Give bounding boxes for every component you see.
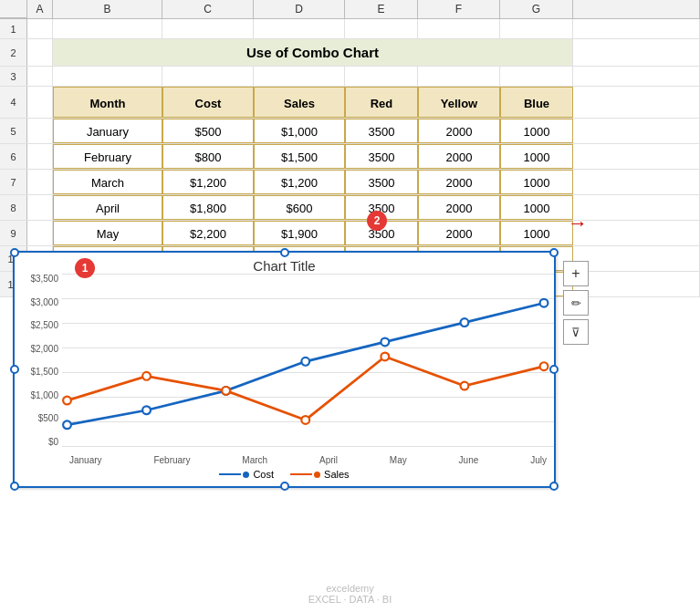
cell-sales-3[interactable]: $600: [254, 195, 345, 220]
handle-br[interactable]: [549, 482, 559, 491]
handle-ml[interactable]: [10, 365, 19, 374]
arrow-right: →: [568, 212, 588, 235]
chart-dot: [540, 362, 549, 370]
header-sales[interactable]: Sales: [254, 87, 345, 118]
chart-dot: [381, 338, 389, 347]
title-cell: Use of Combo Chart: [53, 39, 573, 66]
y-axis-label: $3,500: [30, 274, 58, 284]
col-header-f: F: [418, 0, 500, 18]
chart-dot: [461, 318, 469, 327]
legend-sales: Sales: [290, 469, 350, 480]
chart-dot: [301, 358, 309, 366]
col-header-d: D: [254, 0, 345, 18]
col-header-a: A: [27, 0, 53, 18]
x-axis-label: May: [390, 455, 407, 465]
row-5: 5 January $500 $1,000 3500 2000 1000: [0, 119, 700, 144]
chart-controls: + ✏ ⊽: [563, 261, 589, 345]
chart-plot: JanuaryFebruaryMarchAprilMayJuneJuly: [62, 274, 554, 465]
chart-dot: [461, 382, 469, 390]
chart-dot: [381, 353, 389, 361]
header-blue[interactable]: Blue: [500, 87, 573, 118]
x-axis-label: April: [319, 455, 338, 465]
cell-month-0[interactable]: January: [53, 119, 162, 143]
cell-yellow-3[interactable]: 2000: [418, 195, 500, 220]
add-chart-element-button[interactable]: +: [563, 261, 589, 286]
badge-1: 1: [75, 258, 95, 278]
header-yellow[interactable]: Yellow: [418, 87, 500, 118]
cell-sales-4[interactable]: $1,900: [254, 221, 345, 245]
chart-body: $3,500$3,000$2,500$2,000$1,500$1,000$500…: [15, 274, 554, 465]
cell-blue-4[interactable]: 1000: [500, 221, 573, 245]
watermark: exceldemyEXCEL · DATA · BI: [308, 583, 392, 605]
chart-dot: [63, 420, 71, 429]
chart-dot: [301, 416, 309, 424]
cell-cost-4[interactable]: $2,200: [162, 221, 254, 245]
cell-month-2[interactable]: March: [53, 170, 162, 194]
header-month[interactable]: Month: [53, 87, 162, 118]
row-9: 9 May $2,200 $1,900 3500 2000 1000: [0, 221, 700, 246]
x-axis-label: March: [242, 455, 267, 465]
row-3: 3: [0, 67, 700, 87]
y-axis-label: $500: [38, 413, 58, 423]
chart-dot: [142, 372, 151, 380]
cell-yellow-4[interactable]: 2000: [418, 221, 500, 245]
cell-sales-0[interactable]: $1,000: [254, 119, 345, 143]
x-axis-label: June: [459, 455, 479, 465]
legend-cost-label: Cost: [253, 469, 274, 480]
handle-bl[interactable]: [10, 482, 19, 491]
handle-tl[interactable]: [10, 248, 19, 257]
col-header-g: G: [500, 0, 573, 18]
cell-cost-1[interactable]: $800: [162, 144, 254, 169]
cell-blue-2[interactable]: 1000: [500, 170, 573, 194]
cell-yellow-0[interactable]: 2000: [418, 119, 500, 143]
col-header-c: C: [162, 0, 254, 18]
handle-tr[interactable]: [549, 248, 559, 257]
header-cost[interactable]: Cost: [162, 87, 254, 118]
cell-month-4[interactable]: May: [53, 221, 162, 245]
cell-sales-1[interactable]: $1,500: [254, 144, 345, 169]
y-axis-label: $2,500: [30, 320, 58, 330]
cell-red-2[interactable]: 3500: [345, 170, 418, 194]
cell-yellow-2[interactable]: 2000: [418, 170, 500, 194]
cell-blue-0[interactable]: 1000: [500, 119, 573, 143]
cell-sales-2[interactable]: $1,200: [254, 170, 345, 194]
cell-blue-1[interactable]: 1000: [500, 144, 573, 169]
row-8: 8 April $1,800 $600 3500 2000 1000: [0, 195, 700, 221]
cell-month-1[interactable]: February: [53, 144, 162, 169]
cell-cost-3[interactable]: $1,800: [162, 195, 254, 220]
badge-2: 2: [367, 211, 387, 231]
chart-svg: [62, 274, 554, 454]
x-axis-label: July: [530, 455, 547, 465]
cell-red-0[interactable]: 3500: [345, 119, 418, 143]
chart-legend: Cost Sales: [15, 465, 554, 483]
cell-month-3[interactable]: April: [53, 195, 162, 220]
corner-cell: [0, 0, 27, 18]
x-axis-label: January: [69, 455, 102, 465]
cell-yellow-1[interactable]: 2000: [418, 144, 500, 169]
y-axis-label: $1,000: [30, 390, 58, 400]
col-header-rest: [573, 0, 700, 18]
y-axis-label: $3,000: [30, 297, 58, 307]
cell-blue-3[interactable]: 1000: [500, 195, 573, 220]
cell-red-1[interactable]: 3500: [345, 144, 418, 169]
row-1: 1: [0, 19, 700, 39]
handle-mr[interactable]: [549, 365, 559, 374]
chart-dot: [222, 387, 230, 395]
y-axis-label: $1,500: [30, 367, 58, 377]
col-header-e: E: [345, 0, 418, 18]
y-axis: $3,500$3,000$2,500$2,000$1,500$1,000$500…: [15, 274, 62, 465]
column-headers: A B C D E F G: [0, 0, 700, 19]
y-axis-label: $2,000: [30, 344, 58, 354]
handle-tm[interactable]: [280, 248, 289, 257]
x-axis-label: February: [153, 455, 190, 465]
cell-cost-2[interactable]: $1,200: [162, 170, 254, 194]
handle-bm[interactable]: [280, 482, 289, 491]
y-axis-label: $0: [48, 437, 58, 447]
chart-style-button[interactable]: ✏: [563, 290, 589, 316]
legend-sales-label: Sales: [324, 469, 350, 480]
chart-filter-button[interactable]: ⊽: [563, 319, 589, 345]
cell-cost-0[interactable]: $500: [162, 119, 254, 143]
header-red[interactable]: Red: [345, 87, 418, 118]
chart-dot: [142, 406, 151, 414]
chart-area[interactable]: Chart Title $3,500$3,000$2,500$2,000$1,5…: [13, 251, 556, 488]
